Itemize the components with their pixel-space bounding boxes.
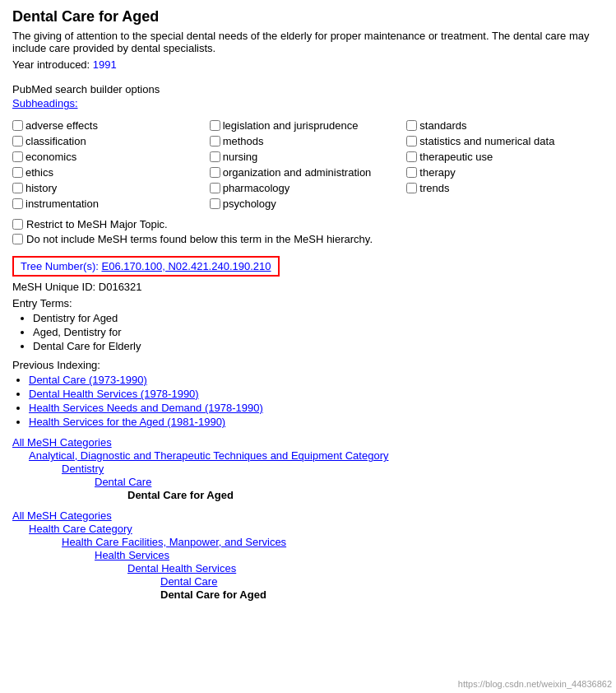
tree-numbers-label: Tree Number(s): — [21, 260, 99, 272]
checkbox-item: trends — [406, 182, 604, 194]
hierarchy-current: Dental Care for Aged — [127, 489, 234, 501]
hierarchy-link[interactable]: Health Care Category — [29, 523, 132, 535]
restrict-major-topic-label: Restrict to MeSH Major Topic. — [26, 218, 168, 230]
checkbox-methods[interactable] — [210, 136, 220, 147]
entry-terms-label: Entry Terms: — [12, 297, 604, 309]
prev-indexing-item: Dental Care (1973-1990) — [29, 374, 604, 386]
hierarchy-section-1: All MeSH CategoriesAnalytical, Diagnosti… — [12, 436, 604, 501]
checkbox-therapy[interactable] — [406, 167, 417, 178]
checkbox-label: methods — [223, 135, 264, 147]
checkbox-label: pharmacology — [223, 182, 290, 194]
year-introduced-label: Year introduced: — [12, 58, 90, 71]
checkbox-standards[interactable] — [406, 120, 417, 131]
description: The giving of attention to the special d… — [12, 30, 604, 54]
checkbox-organization-and-administration[interactable] — [210, 167, 220, 178]
hierarchy-row: Dental Care — [12, 575, 604, 588]
restrict-section: Restrict to MeSH Major Topic. Do not inc… — [12, 218, 604, 245]
hierarchy-row: Analytical, Diagnostic and Therapeutic T… — [12, 449, 604, 462]
checkbox-label: nursing — [223, 151, 258, 163]
tree-number-box: Tree Number(s): E06.170.100, N02.421.240… — [12, 256, 280, 277]
subheadings-link[interactable]: Subheadings: — [12, 97, 604, 109]
hierarchy-link[interactable]: Dental Care — [95, 476, 151, 488]
checkbox-label: statistics and numerical data — [419, 135, 554, 147]
checkbox-classification[interactable] — [12, 136, 23, 147]
checkbox-label: adverse effects — [25, 119, 98, 132]
checkbox-legislation-and-jurisprudence[interactable] — [210, 120, 220, 131]
do-not-include-label: Do not include MeSH terms found below th… — [26, 233, 373, 245]
checkbox-statistics-and-numerical-data[interactable] — [406, 136, 417, 147]
hierarchy-link[interactable]: Dental Health Services — [127, 562, 236, 574]
hierarchy-row: Dental Care for Aged — [12, 489, 604, 501]
checkbox-label: legislation and jurisprudence — [223, 119, 359, 132]
prev-indexing-link[interactable]: Dental Health Services (1978-1990) — [29, 388, 199, 400]
do-not-include-checkbox[interactable] — [12, 234, 23, 244]
hierarchy-link[interactable]: Health Services — [95, 549, 169, 561]
checkbox-item: history — [12, 182, 210, 194]
checkbox-instrumentation[interactable] — [12, 198, 23, 209]
hierarchy-current: Dental Care for Aged — [160, 588, 266, 601]
checkbox-therapeutic-use[interactable] — [406, 151, 417, 162]
checkbox-item: pharmacology — [210, 182, 407, 194]
checkbox-adverse-effects[interactable] — [12, 120, 23, 131]
checkbox-label: therapy — [419, 166, 455, 179]
prev-indexing-item: Health Services Needs and Demand (1978-1… — [29, 402, 604, 414]
checkbox-trends[interactable] — [406, 183, 417, 193]
checkbox-nursing[interactable] — [210, 151, 220, 162]
prev-indexing-label: Previous Indexing: — [12, 359, 604, 371]
hierarchy-row: All MeSH Categories — [12, 436, 604, 449]
mesh-uid-label: MeSH Unique ID: — [12, 281, 95, 293]
hierarchy-row: Dental Care for Aged — [12, 588, 604, 601]
hierarchy-row: All MeSH Categories — [12, 509, 604, 522]
mesh-uid: MeSH Unique ID: D016321 — [12, 281, 604, 293]
checkbox-label: economics — [25, 151, 76, 163]
hierarchy-row: Health Care Category — [12, 523, 604, 535]
checkbox-label: standards — [419, 119, 466, 132]
mesh-uid-value: D016321 — [99, 281, 142, 293]
checkbox-col-2: legislation and jurisprudencemethodsnurs… — [210, 119, 407, 210]
checkbox-item: therapy — [406, 166, 604, 179]
checkbox-item: standards — [406, 119, 604, 132]
checkbox-pharmacology[interactable] — [210, 183, 220, 193]
hierarchy-link[interactable]: Health Care Facilities, Manpower, and Se… — [62, 536, 286, 548]
checkbox-item: instrumentation — [12, 198, 210, 210]
checkbox-label: classification — [25, 135, 86, 147]
checkbox-item: adverse effects — [12, 119, 210, 132]
hierarchy-row: Dentistry — [12, 463, 604, 475]
hierarchy-section-2: All MeSH CategoriesHealth Care CategoryH… — [12, 509, 604, 601]
restrict-major-topic-item: Restrict to MeSH Major Topic. — [12, 218, 604, 230]
entry-term-item: Dentistry for Aged — [33, 312, 604, 324]
checkbox-item: psychology — [210, 198, 407, 210]
checkbox-history[interactable] — [12, 183, 23, 193]
entry-term-item: Dental Care for Elderly — [33, 340, 604, 352]
page-title: Dental Care for Aged — [12, 8, 604, 26]
entry-term-item: Aged, Dentistry for — [33, 326, 604, 338]
checkbox-ethics[interactable] — [12, 167, 23, 178]
prev-indexing-link[interactable]: Health Services Needs and Demand (1978-1… — [29, 402, 263, 414]
checkbox-psychology[interactable] — [210, 198, 220, 209]
restrict-major-topic-checkbox[interactable] — [12, 219, 23, 230]
prev-indexing-link[interactable]: Health Services for the Aged (1981-1990) — [29, 416, 225, 428]
checkbox-label: organization and administration — [223, 166, 372, 179]
hierarchy-link[interactable]: All MeSH Categories — [12, 436, 112, 449]
hierarchy-link[interactable]: Dentistry — [62, 463, 104, 475]
checkbox-label: trends — [419, 182, 449, 194]
prev-indexing-link[interactable]: Dental Care (1973-1990) — [29, 374, 147, 386]
checkbox-economics[interactable] — [12, 151, 23, 162]
checkbox-label: ethics — [25, 166, 53, 179]
checkbox-label: instrumentation — [25, 198, 99, 210]
checkbox-item: methods — [210, 135, 407, 147]
checkbox-item: therapeutic use — [406, 151, 604, 163]
checkbox-label: psychology — [223, 198, 276, 210]
do-not-include-item: Do not include MeSH terms found below th… — [12, 233, 604, 245]
hierarchy-link[interactable]: Dental Care — [160, 575, 217, 588]
checkbox-label: therapeutic use — [419, 151, 493, 163]
checkbox-col-1: adverse effectsclassificationeconomicset… — [12, 119, 210, 210]
hierarchy-link[interactable]: Analytical, Diagnostic and Therapeutic T… — [29, 449, 388, 462]
checkbox-item: ethics — [12, 166, 210, 179]
checkbox-item: classification — [12, 135, 210, 147]
year-introduced-value: 1991 — [93, 58, 117, 71]
tree-numbers-value[interactable]: E06.170.100, N02.421.240.190.210 — [102, 260, 271, 272]
checkbox-item: organization and administration — [210, 166, 407, 179]
hierarchy-row: Dental Health Services — [12, 562, 604, 574]
hierarchy-link[interactable]: All MeSH Categories — [12, 509, 112, 522]
